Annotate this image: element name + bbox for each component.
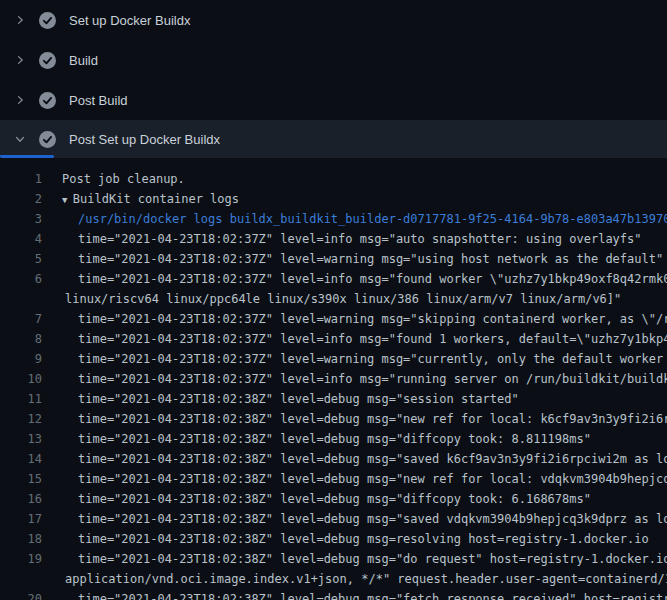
chevron-right-icon[interactable]: [14, 54, 26, 66]
log-text: time="2021-04-23T18:02:37Z" level=info m…: [42, 329, 667, 349]
log-row: 6 time="2021-04-23T18:02:37Z" level=info…: [0, 269, 667, 289]
log-row: 4 time="2021-04-23T18:02:37Z" level=info…: [0, 229, 667, 249]
log-text: time="2021-04-23T18:02:38Z" level=debug …: [42, 589, 667, 600]
line-number[interactable]: 14: [0, 449, 42, 469]
success-check-circle-icon: [39, 131, 56, 148]
log-text: time="2021-04-23T18:02:38Z" level=debug …: [42, 449, 667, 469]
log-row: linux/riscv64 linux/ppc64le linux/s390x …: [0, 289, 667, 309]
line-number[interactable]: 18: [0, 529, 42, 549]
line-number[interactable]: 11: [0, 389, 42, 409]
step-header-post-build[interactable]: Post Build: [0, 80, 667, 120]
line-number[interactable]: 17: [0, 509, 42, 529]
header-focus-accent: [0, 155, 54, 158]
line-number[interactable]: 8: [0, 329, 42, 349]
log-text: time="2021-04-23T18:02:38Z" level=debug …: [42, 409, 667, 429]
log-text: time="2021-04-23T18:02:38Z" level=debug …: [42, 509, 667, 529]
log-text: application/vnd.oci.image.index.v1+json,…: [42, 569, 667, 589]
log-text: time="2021-04-23T18:02:38Z" level=debug …: [42, 489, 591, 509]
step-list: Set up Docker Buildx Build Post Build Po…: [0, 0, 667, 158]
log-row: 7 time="2021-04-23T18:02:37Z" level=warn…: [0, 309, 667, 329]
log-row: 20 time="2021-04-23T18:02:38Z" level=deb…: [0, 589, 667, 600]
log-text: time="2021-04-23T18:02:38Z" level=debug …: [42, 549, 667, 569]
line-number[interactable]: 9: [0, 349, 42, 369]
line-number[interactable]: 15: [0, 469, 42, 489]
chevron-right-icon[interactable]: [14, 14, 26, 26]
group-toggle-icon[interactable]: ▼: [62, 195, 73, 205]
log-text: time="2021-04-23T18:02:37Z" level=warnin…: [42, 309, 667, 329]
line-number[interactable]: 1: [0, 169, 42, 189]
line-number[interactable]: 13: [0, 429, 42, 449]
line-number[interactable]: 3: [0, 209, 42, 229]
chevron-down-icon[interactable]: [14, 133, 26, 145]
log-text: time="2021-04-23T18:02:37Z" level=warnin…: [42, 349, 667, 369]
log-row: 3 /usr/bin/docker logs buildx_buildkit_b…: [0, 209, 667, 229]
step-title: Build: [69, 53, 98, 68]
log-text: time="2021-04-23T18:02:38Z" level=debug …: [42, 389, 519, 409]
line-number[interactable]: [0, 569, 42, 589]
log-text: linux/riscv64 linux/ppc64le linux/s390x …: [42, 289, 621, 309]
log-row: 15 time="2021-04-23T18:02:38Z" level=deb…: [0, 469, 667, 489]
log-text: time="2021-04-23T18:02:38Z" level=debug …: [42, 469, 667, 489]
step-header-post-set-up-docker-buildx[interactable]: Post Set up Docker Buildx: [0, 120, 667, 158]
log-text: time="2021-04-23T18:02:37Z" level=info m…: [42, 229, 642, 249]
step-header-set-up-docker-buildx[interactable]: Set up Docker Buildx: [0, 0, 667, 40]
line-number[interactable]: 20: [0, 589, 42, 600]
log-row: 11 time="2021-04-23T18:02:38Z" level=deb…: [0, 389, 667, 409]
success-check-circle-icon: [39, 92, 56, 109]
log-row: 12 time="2021-04-23T18:02:38Z" level=deb…: [0, 409, 667, 429]
log-row: 9 time="2021-04-23T18:02:37Z" level=warn…: [0, 349, 667, 369]
log-text: time="2021-04-23T18:02:37Z" level=info m…: [42, 369, 667, 389]
step-title: Post Build: [69, 93, 128, 108]
log-text: Post job cleanup.: [42, 169, 185, 189]
log-row: application/vnd.oci.image.index.v1+json,…: [0, 569, 667, 589]
log-row: 5 time="2021-04-23T18:02:37Z" level=warn…: [0, 249, 667, 269]
line-number[interactable]: 5: [0, 249, 42, 269]
log-text: time="2021-04-23T18:02:37Z" level=info m…: [42, 269, 667, 289]
chevron-right-icon[interactable]: [14, 94, 26, 106]
success-check-circle-icon: [39, 12, 56, 29]
log-text: time="2021-04-23T18:02:37Z" level=warnin…: [42, 249, 663, 269]
log-text: time="2021-04-23T18:02:38Z" level=debug …: [42, 529, 649, 549]
line-number[interactable]: 6: [0, 269, 42, 289]
line-number[interactable]: 19: [0, 549, 42, 569]
line-number[interactable]: 7: [0, 309, 42, 329]
log-row: 14 time="2021-04-23T18:02:38Z" level=deb…: [0, 449, 667, 469]
log-row: 19 time="2021-04-23T18:02:38Z" level=deb…: [0, 549, 667, 569]
log-lines: 1 Post job cleanup. 2 ▼ BuildKit contain…: [0, 158, 667, 600]
line-number[interactable]: 16: [0, 489, 42, 509]
log-row: 2 ▼ BuildKit container logs: [0, 189, 667, 209]
log-row: 8 time="2021-04-23T18:02:37Z" level=info…: [0, 329, 667, 349]
log-row: 16 time="2021-04-23T18:02:38Z" level=deb…: [0, 489, 667, 509]
log-row: 13 time="2021-04-23T18:02:38Z" level=deb…: [0, 429, 667, 449]
log-row: 10 time="2021-04-23T18:02:37Z" level=inf…: [0, 369, 667, 389]
line-number[interactable]: 12: [0, 409, 42, 429]
log-text: /usr/bin/docker logs buildx_buildkit_bui…: [42, 209, 667, 229]
line-number[interactable]: [0, 289, 42, 309]
step-header-build[interactable]: Build: [0, 40, 667, 80]
log-row: 17 time="2021-04-23T18:02:38Z" level=deb…: [0, 509, 667, 529]
line-number[interactable]: 10: [0, 369, 42, 389]
success-check-circle-icon: [39, 52, 56, 69]
step-title: Post Set up Docker Buildx: [69, 132, 220, 147]
line-number[interactable]: 2: [0, 189, 42, 209]
log-text: time="2021-04-23T18:02:38Z" level=debug …: [42, 429, 591, 449]
log-text: ▼ BuildKit container logs: [42, 189, 239, 209]
actions-log-viewer: Set up Docker Buildx Build Post Build Po…: [0, 0, 667, 600]
log-row: 18 time="2021-04-23T18:02:38Z" level=deb…: [0, 529, 667, 549]
log-row: 1 Post job cleanup.: [0, 169, 667, 189]
step-title: Set up Docker Buildx: [69, 13, 190, 28]
line-number[interactable]: 4: [0, 229, 42, 249]
